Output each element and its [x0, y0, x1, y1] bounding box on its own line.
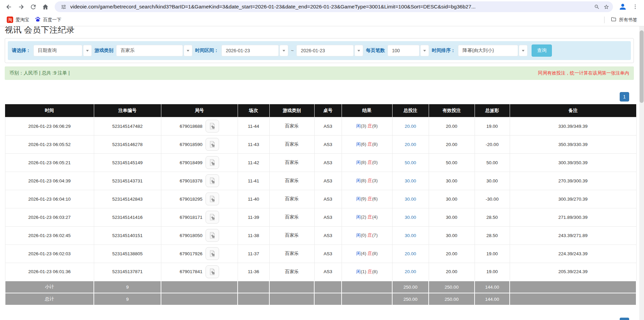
total-bet-link[interactable]: 20.00	[405, 251, 416, 256]
table-number-cell: AS3	[314, 135, 342, 153]
video-replay-button[interactable]	[206, 174, 219, 187]
note-cell: 330.39/349.39	[510, 117, 636, 135]
result-player-score: (8)	[361, 160, 368, 165]
total-bet-link[interactable]: 30.00	[405, 197, 416, 202]
total-bet-link[interactable]: 20.00	[405, 269, 416, 274]
site-settings-icon[interactable]	[59, 2, 68, 11]
payout-cell: -30.00	[475, 190, 510, 208]
total-bet-link[interactable]: 20.00	[405, 142, 416, 147]
video-replay-button[interactable]	[206, 138, 219, 151]
game-type-select[interactable]: 百家乐	[116, 45, 192, 56]
session-cell: 11-43	[238, 135, 269, 153]
note-cell: 224.39/243.39	[510, 244, 636, 263]
bookmark-taobao[interactable]: 淘 爱淘宝	[4, 15, 32, 24]
payout-cell: 30.00	[475, 172, 510, 190]
session-cell: 11-41	[238, 172, 269, 190]
browser-window: videoie.com/game/betrecord_search/kind3?…	[0, 0, 644, 320]
result-banker: 庄	[368, 123, 372, 128]
total-row-cell-3	[238, 293, 269, 305]
total-bet-link[interactable]: 30.00	[405, 215, 416, 220]
total-bet-cell: 30.00	[392, 226, 429, 244]
video-replay-button[interactable]	[206, 193, 219, 205]
chevron-down-icon[interactable]	[83, 45, 92, 56]
zoom-out-icon[interactable]	[592, 2, 601, 11]
column-header-8: 有效投注	[429, 104, 475, 117]
total-row-cell-8: 250.00	[429, 293, 475, 305]
total-bet-link[interactable]: 30.00	[405, 233, 416, 238]
video-replay-button[interactable]	[206, 247, 219, 260]
subtotal-row-cell-7: 250.00	[392, 281, 429, 293]
game-type-cell: 百家乐	[269, 117, 314, 135]
chevron-down-icon[interactable]	[519, 45, 528, 56]
chevron-down-icon[interactable]	[420, 45, 429, 56]
forward-button[interactable]	[15, 1, 27, 12]
total-bet-link[interactable]: 30.00	[405, 178, 416, 183]
result-player-score: (0)	[361, 233, 368, 238]
total-row-cell-10	[510, 293, 636, 305]
result-banker: 庄	[368, 251, 372, 256]
column-header-2: 局号	[161, 104, 238, 117]
scrollbar-thumb[interactable]	[640, 30, 644, 103]
bookmark-baidu[interactable]: 百度一下	[32, 15, 64, 25]
result-player-score: (9)	[361, 196, 368, 201]
back-icon	[5, 3, 12, 10]
table-row: 2026-01-23 06:04:10523145142843679018295…	[5, 190, 636, 208]
video-replay-button[interactable]	[206, 211, 219, 224]
menu-icon[interactable]	[629, 1, 641, 12]
profile-avatar[interactable]	[618, 2, 628, 12]
back-button[interactable]	[3, 1, 15, 12]
page-1-button[interactable]: 1	[620, 92, 629, 101]
valid-bet-cell: 30.00	[429, 208, 475, 226]
result-player: 闲	[356, 123, 361, 128]
address-bar[interactable]: videoie.com/game/betrecord_search/kind3?…	[55, 1, 613, 12]
subtotal-row-cell-10	[510, 281, 636, 293]
round-cell: 679018499	[161, 153, 238, 172]
query-type-select[interactable]: 日期查询	[33, 45, 92, 56]
sort-select[interactable]: 降幂(由大到小)	[458, 45, 528, 56]
video-file-icon	[209, 232, 216, 239]
per-page-select[interactable]: 100	[387, 45, 429, 56]
scrollbar[interactable]	[639, 26, 644, 320]
result-player: 闲	[356, 233, 361, 238]
payout-cell: 19.00	[475, 244, 510, 263]
date-start-value: 2026-01-23	[221, 45, 279, 56]
note-cell: 300.39/350.39	[510, 153, 636, 172]
bet-id-cell: 523145137871	[94, 263, 161, 281]
table-row: 2026-01-23 06:03:27523145141416679018171…	[5, 208, 636, 226]
chevron-down-icon[interactable]	[184, 45, 192, 56]
chevron-down-icon[interactable]	[279, 45, 288, 56]
all-bookmarks-button[interactable]: 所有书签	[608, 15, 640, 25]
video-replay-button[interactable]	[206, 120, 219, 133]
table-row: 2026-01-23 06:02:03523145138805679017926…	[5, 244, 636, 263]
home-icon	[42, 3, 49, 10]
column-header-7: 总投注	[392, 104, 429, 117]
date-start-picker[interactable]: 2026-01-23	[221, 45, 288, 56]
video-replay-button[interactable]	[206, 156, 219, 169]
valid-bet-cell: 30.00	[429, 226, 475, 244]
bookmark-star-icon[interactable]	[601, 2, 611, 11]
date-end-picker[interactable]: 2026-01-23	[296, 45, 363, 56]
total-bet-link[interactable]: 20.00	[405, 124, 416, 129]
payout-cell: 28.50	[475, 226, 510, 244]
home-button[interactable]	[39, 1, 51, 12]
reload-button[interactable]	[27, 1, 39, 12]
note-cell: 300.39/270.39	[510, 190, 636, 208]
chevron-down-icon[interactable]	[354, 45, 363, 56]
video-replay-button[interactable]	[206, 229, 219, 242]
video-replay-button[interactable]	[206, 265, 219, 278]
filter-panel: 请选择： 日期查询 游戏类别 百家乐 时间区间： 2026-01-23 ~ 20	[8, 41, 631, 60]
total-bet-cell: 30.00	[392, 208, 429, 226]
column-header-10: 备注	[510, 104, 636, 117]
page-button-bottom[interactable]	[620, 318, 629, 320]
total-bet-link[interactable]: 50.00	[405, 160, 416, 165]
url-text[interactable]: videoie.com/game/betrecord_search/kind3?…	[70, 4, 589, 10]
table-number-cell: AS3	[314, 117, 342, 135]
result-banker-score: (8)	[372, 251, 378, 256]
round-cell: 679018295	[161, 190, 238, 208]
table-row: 2026-01-23 06:02:45523145140151679018050…	[5, 226, 636, 244]
search-button[interactable]: 查询	[532, 45, 552, 57]
browser-toolbar: videoie.com/game/betrecord_search/kind3?…	[0, 0, 644, 13]
round-number: 679018688	[180, 124, 203, 129]
video-file-icon	[209, 159, 216, 166]
result-cell: 闲(1) 庄(8)	[342, 263, 392, 281]
